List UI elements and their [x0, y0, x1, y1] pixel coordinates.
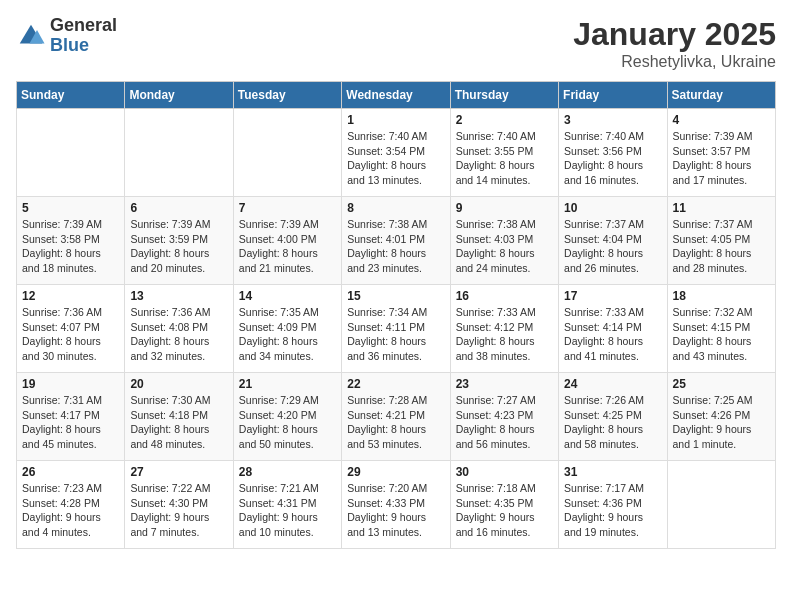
calendar-cell: 26Sunrise: 7:23 AMSunset: 4:28 PMDayligh… [17, 461, 125, 549]
day-of-week-header: Tuesday [233, 82, 341, 109]
day-info: Sunrise: 7:28 AMSunset: 4:21 PMDaylight:… [347, 393, 444, 452]
day-number: 25 [673, 377, 770, 391]
day-number: 6 [130, 201, 227, 215]
calendar-week-row: 19Sunrise: 7:31 AMSunset: 4:17 PMDayligh… [17, 373, 776, 461]
day-number: 22 [347, 377, 444, 391]
day-number: 28 [239, 465, 336, 479]
calendar-cell: 23Sunrise: 7:27 AMSunset: 4:23 PMDayligh… [450, 373, 558, 461]
day-info: Sunrise: 7:39 AMSunset: 3:57 PMDaylight:… [673, 129, 770, 188]
day-number: 15 [347, 289, 444, 303]
calendar-cell: 18Sunrise: 7:32 AMSunset: 4:15 PMDayligh… [667, 285, 775, 373]
location-title: Reshetylivka, Ukraine [573, 53, 776, 71]
day-number: 13 [130, 289, 227, 303]
calendar-week-row: 26Sunrise: 7:23 AMSunset: 4:28 PMDayligh… [17, 461, 776, 549]
day-info: Sunrise: 7:33 AMSunset: 4:12 PMDaylight:… [456, 305, 553, 364]
calendar-cell: 4Sunrise: 7:39 AMSunset: 3:57 PMDaylight… [667, 109, 775, 197]
day-number: 26 [22, 465, 119, 479]
day-info: Sunrise: 7:39 AMSunset: 4:00 PMDaylight:… [239, 217, 336, 276]
calendar-cell: 10Sunrise: 7:37 AMSunset: 4:04 PMDayligh… [559, 197, 667, 285]
calendar-cell: 1Sunrise: 7:40 AMSunset: 3:54 PMDaylight… [342, 109, 450, 197]
day-info: Sunrise: 7:31 AMSunset: 4:17 PMDaylight:… [22, 393, 119, 452]
calendar-week-row: 12Sunrise: 7:36 AMSunset: 4:07 PMDayligh… [17, 285, 776, 373]
calendar-cell: 8Sunrise: 7:38 AMSunset: 4:01 PMDaylight… [342, 197, 450, 285]
day-number: 31 [564, 465, 661, 479]
calendar-cell: 29Sunrise: 7:20 AMSunset: 4:33 PMDayligh… [342, 461, 450, 549]
logo-blue-label: Blue [50, 36, 117, 56]
calendar-cell: 19Sunrise: 7:31 AMSunset: 4:17 PMDayligh… [17, 373, 125, 461]
day-number: 12 [22, 289, 119, 303]
logo-icon [16, 21, 46, 51]
day-of-week-header: Friday [559, 82, 667, 109]
day-info: Sunrise: 7:27 AMSunset: 4:23 PMDaylight:… [456, 393, 553, 452]
day-number: 7 [239, 201, 336, 215]
day-of-week-header: Sunday [17, 82, 125, 109]
day-number: 10 [564, 201, 661, 215]
calendar-cell: 12Sunrise: 7:36 AMSunset: 4:07 PMDayligh… [17, 285, 125, 373]
calendar-cell: 30Sunrise: 7:18 AMSunset: 4:35 PMDayligh… [450, 461, 558, 549]
day-info: Sunrise: 7:25 AMSunset: 4:26 PMDaylight:… [673, 393, 770, 452]
day-number: 5 [22, 201, 119, 215]
day-info: Sunrise: 7:35 AMSunset: 4:09 PMDaylight:… [239, 305, 336, 364]
day-info: Sunrise: 7:36 AMSunset: 4:07 PMDaylight:… [22, 305, 119, 364]
day-number: 14 [239, 289, 336, 303]
logo: General Blue [16, 16, 117, 56]
logo-text: General Blue [50, 16, 117, 56]
calendar-cell: 16Sunrise: 7:33 AMSunset: 4:12 PMDayligh… [450, 285, 558, 373]
day-of-week-header: Thursday [450, 82, 558, 109]
calendar-cell: 5Sunrise: 7:39 AMSunset: 3:58 PMDaylight… [17, 197, 125, 285]
day-of-week-header: Saturday [667, 82, 775, 109]
day-info: Sunrise: 7:37 AMSunset: 4:05 PMDaylight:… [673, 217, 770, 276]
day-info: Sunrise: 7:30 AMSunset: 4:18 PMDaylight:… [130, 393, 227, 452]
day-info: Sunrise: 7:34 AMSunset: 4:11 PMDaylight:… [347, 305, 444, 364]
day-number: 20 [130, 377, 227, 391]
day-of-week-header: Wednesday [342, 82, 450, 109]
day-info: Sunrise: 7:26 AMSunset: 4:25 PMDaylight:… [564, 393, 661, 452]
calendar-cell: 31Sunrise: 7:17 AMSunset: 4:36 PMDayligh… [559, 461, 667, 549]
calendar-cell: 25Sunrise: 7:25 AMSunset: 4:26 PMDayligh… [667, 373, 775, 461]
day-info: Sunrise: 7:36 AMSunset: 4:08 PMDaylight:… [130, 305, 227, 364]
day-number: 23 [456, 377, 553, 391]
calendar-cell: 13Sunrise: 7:36 AMSunset: 4:08 PMDayligh… [125, 285, 233, 373]
calendar-cell: 21Sunrise: 7:29 AMSunset: 4:20 PMDayligh… [233, 373, 341, 461]
day-number: 16 [456, 289, 553, 303]
day-number: 27 [130, 465, 227, 479]
calendar-cell: 2Sunrise: 7:40 AMSunset: 3:55 PMDaylight… [450, 109, 558, 197]
day-number: 9 [456, 201, 553, 215]
day-info: Sunrise: 7:40 AMSunset: 3:56 PMDaylight:… [564, 129, 661, 188]
calendar-cell [17, 109, 125, 197]
calendar-cell: 28Sunrise: 7:21 AMSunset: 4:31 PMDayligh… [233, 461, 341, 549]
day-info: Sunrise: 7:39 AMSunset: 3:58 PMDaylight:… [22, 217, 119, 276]
day-info: Sunrise: 7:40 AMSunset: 3:54 PMDaylight:… [347, 129, 444, 188]
calendar-cell: 7Sunrise: 7:39 AMSunset: 4:00 PMDaylight… [233, 197, 341, 285]
day-number: 4 [673, 113, 770, 127]
calendar-cell: 22Sunrise: 7:28 AMSunset: 4:21 PMDayligh… [342, 373, 450, 461]
month-title: January 2025 [573, 16, 776, 53]
calendar-cell: 3Sunrise: 7:40 AMSunset: 3:56 PMDaylight… [559, 109, 667, 197]
day-number: 29 [347, 465, 444, 479]
day-info: Sunrise: 7:22 AMSunset: 4:30 PMDaylight:… [130, 481, 227, 540]
page-header: General Blue January 2025 Reshetylivka, … [16, 16, 776, 71]
day-info: Sunrise: 7:37 AMSunset: 4:04 PMDaylight:… [564, 217, 661, 276]
day-info: Sunrise: 7:38 AMSunset: 4:01 PMDaylight:… [347, 217, 444, 276]
day-info: Sunrise: 7:40 AMSunset: 3:55 PMDaylight:… [456, 129, 553, 188]
day-info: Sunrise: 7:23 AMSunset: 4:28 PMDaylight:… [22, 481, 119, 540]
day-number: 11 [673, 201, 770, 215]
title-block: January 2025 Reshetylivka, Ukraine [573, 16, 776, 71]
calendar-cell: 9Sunrise: 7:38 AMSunset: 4:03 PMDaylight… [450, 197, 558, 285]
day-info: Sunrise: 7:38 AMSunset: 4:03 PMDaylight:… [456, 217, 553, 276]
day-info: Sunrise: 7:33 AMSunset: 4:14 PMDaylight:… [564, 305, 661, 364]
calendar-cell: 15Sunrise: 7:34 AMSunset: 4:11 PMDayligh… [342, 285, 450, 373]
day-number: 18 [673, 289, 770, 303]
day-info: Sunrise: 7:21 AMSunset: 4:31 PMDaylight:… [239, 481, 336, 540]
calendar-cell [233, 109, 341, 197]
day-number: 8 [347, 201, 444, 215]
calendar-cell: 17Sunrise: 7:33 AMSunset: 4:14 PMDayligh… [559, 285, 667, 373]
calendar-header-row: SundayMondayTuesdayWednesdayThursdayFrid… [17, 82, 776, 109]
day-of-week-header: Monday [125, 82, 233, 109]
calendar-cell: 11Sunrise: 7:37 AMSunset: 4:05 PMDayligh… [667, 197, 775, 285]
day-number: 1 [347, 113, 444, 127]
day-number: 17 [564, 289, 661, 303]
day-info: Sunrise: 7:39 AMSunset: 3:59 PMDaylight:… [130, 217, 227, 276]
day-number: 30 [456, 465, 553, 479]
calendar-cell: 20Sunrise: 7:30 AMSunset: 4:18 PMDayligh… [125, 373, 233, 461]
